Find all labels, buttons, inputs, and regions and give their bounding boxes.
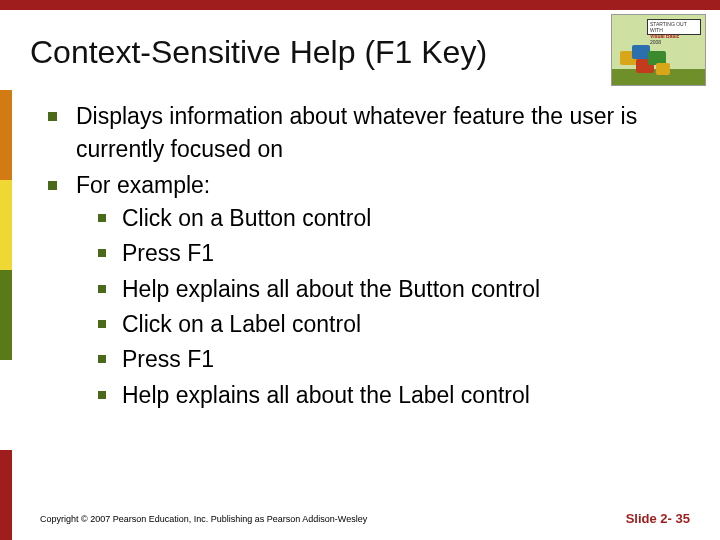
bullet-item: Displays information about whatever feat… — [40, 100, 690, 167]
slide: STARTING OUT WITH Visual Basic 2008 Cont… — [0, 0, 720, 540]
sub-bullet-text: Click on a Label control — [122, 311, 361, 337]
bullet-item: For example: Click on a Button control P… — [40, 169, 690, 412]
sub-bullet-item: Click on a Label control — [76, 308, 690, 341]
bullet-text: Displays information about whatever feat… — [76, 103, 637, 162]
side-accent-stripes — [0, 90, 12, 540]
sub-bullet-text: Press F1 — [122, 346, 214, 372]
sub-bullet-item: Help explains all about the Label contro… — [76, 379, 690, 412]
slide-title: Context-Sensitive Help (F1 Key) — [30, 34, 487, 71]
slide-body: Displays information about whatever feat… — [40, 100, 690, 414]
sub-bullet-item: Click on a Button control — [76, 202, 690, 235]
sub-bullet-item: Help explains all about the Button contr… — [76, 273, 690, 306]
logo-banner-line3: 2008 — [650, 39, 698, 45]
book-cover-logo: STARTING OUT WITH Visual Basic 2008 — [611, 14, 706, 86]
sub-bullet-item: Press F1 — [76, 237, 690, 270]
sub-bullet-item: Press F1 — [76, 343, 690, 376]
copyright-text: Copyright © 2007 Pearson Education, Inc.… — [40, 514, 367, 524]
sub-bullet-text: Click on a Button control — [122, 205, 371, 231]
top-accent-bar — [0, 0, 720, 10]
sub-bullet-text: Help explains all about the Button contr… — [122, 276, 540, 302]
logo-banner-line1: STARTING OUT WITH — [650, 21, 698, 33]
bullet-text: For example: — [76, 172, 210, 198]
sub-bullet-text: Press F1 — [122, 240, 214, 266]
sub-bullet-text: Help explains all about the Label contro… — [122, 382, 530, 408]
slide-number: Slide 2- 35 — [626, 511, 690, 526]
